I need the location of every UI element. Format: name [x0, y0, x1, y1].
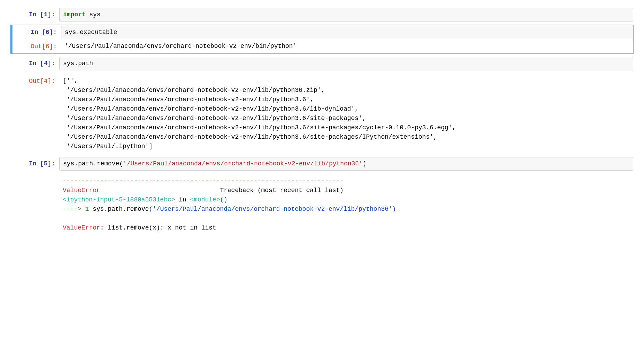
prompt-text: In [5]:: [29, 160, 55, 167]
tb-string: '/Users/Paul/anaconda/envs/orchard-noteb…: [153, 206, 392, 213]
code-cell[interactable]: In [1]: import sys: [10, 7, 634, 23]
input-prompt: In [1]:: [11, 8, 59, 21]
code-text: sys.path: [63, 60, 93, 67]
output-prompt: Out[4]:: [11, 75, 59, 153]
tb-close-paren: ): [392, 206, 396, 213]
code-cell-selected[interactable]: In [6]: sys.executable: [10, 25, 634, 40]
tb-sys: sys: [93, 206, 104, 213]
tb-spaces: [100, 187, 220, 194]
output-prompt: Out[6]:: [12, 40, 61, 53]
output-text: '/Users/Paul/anaconda/envs/orchard-noteb…: [61, 40, 633, 53]
code-text: sys: [86, 11, 101, 18]
tb-dot: .: [104, 206, 108, 213]
output-prompt: [11, 175, 59, 234]
tb-ipython-ref: <ipython-input-5-1880a5531ebc>: [63, 196, 175, 203]
output-row: ----------------------------------------…: [10, 174, 634, 235]
traceback: ----------------------------------------…: [59, 175, 633, 234]
input-prompt: In [4]:: [11, 57, 59, 70]
code-cell[interactable]: In [4]: sys.path: [10, 56, 634, 71]
tb-final-msg: : list.remove(x): x not in list: [100, 224, 216, 231]
tb-in: in: [175, 196, 190, 203]
prompt-text: In [6]:: [31, 29, 57, 36]
keyword: import: [63, 11, 86, 18]
code-cell[interactable]: In [5]: sys.path.remove('/Users/Paul/ana…: [10, 156, 634, 172]
prompt-text: Out[6]:: [31, 43, 57, 50]
tb-parens: (): [220, 196, 228, 203]
tb-dot: .: [123, 206, 127, 213]
code-text: sys.path.remove(: [63, 160, 123, 167]
tb-remove: remove: [127, 206, 149, 213]
code-input[interactable]: sys.path.remove('/Users/Paul/anaconda/en…: [59, 157, 633, 171]
prompt-text: Out[4]:: [29, 78, 55, 85]
tb-trace-label: Traceback (most recent call last): [220, 187, 343, 194]
code-text: sys.executable: [65, 29, 117, 36]
tb-open-paren: (: [149, 206, 153, 213]
tb-arrow: ----> 1: [63, 206, 93, 213]
tb-final-error-name: ValueError: [63, 224, 100, 231]
input-prompt: In [6]:: [12, 26, 61, 39]
prompt-text: In [1]:: [29, 11, 55, 18]
code-input[interactable]: sys.path: [59, 57, 633, 70]
string-literal: '/Users/Paul/anaconda/envs/orchard-noteb…: [123, 160, 363, 167]
prompt-text: In [4]:: [29, 60, 55, 67]
tb-path: path: [108, 206, 123, 213]
output-text: ['', '/Users/Paul/anaconda/envs/orchard-…: [59, 75, 633, 153]
tb-dashes: ----------------------------------------…: [63, 178, 343, 184]
code-input[interactable]: sys.executable: [61, 26, 633, 39]
tb-error-name: ValueError: [63, 187, 100, 194]
output-row: Out[4]: ['', '/Users/Paul/anaconda/envs/…: [10, 73, 634, 154]
code-input[interactable]: import sys: [59, 8, 633, 21]
output-row: Out[6]: '/Users/Paul/anaconda/envs/orcha…: [10, 40, 634, 54]
code-text: ): [363, 160, 366, 167]
tb-module: <module>: [190, 196, 220, 203]
input-prompt: In [5]:: [11, 157, 59, 171]
